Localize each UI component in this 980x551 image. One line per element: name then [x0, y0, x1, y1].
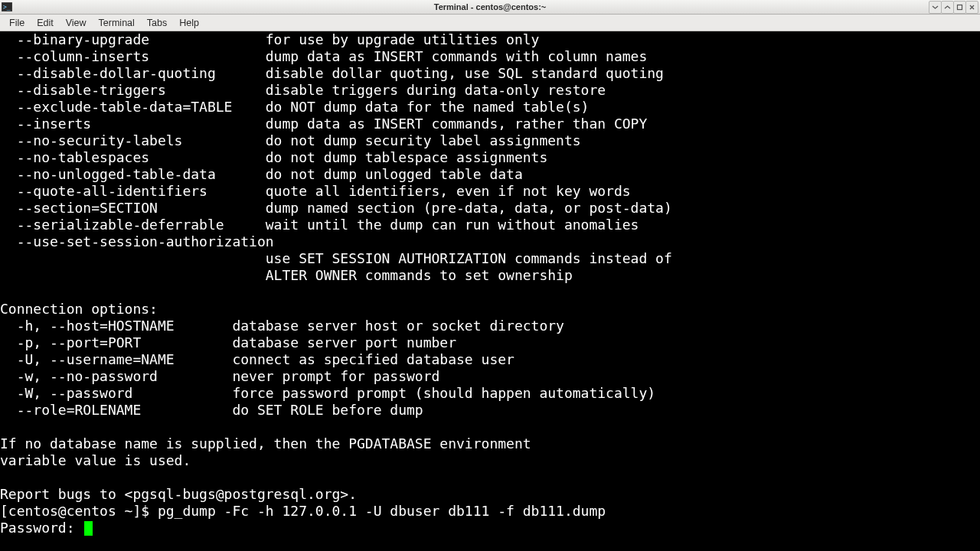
close-button[interactable]	[965, 1, 978, 14]
terminal-line: --no-unlogged-table-data do not dump unl…	[0, 166, 980, 183]
terminal-line: use SET SESSION AUTHORIZATION commands i…	[0, 250, 980, 267]
window-titlebar: >_ Terminal - centos@centos:~	[0, 0, 980, 15]
terminal-line	[0, 284, 980, 301]
terminal-line: --no-tablespaces do not dump tablespace …	[0, 149, 980, 166]
menu-view[interactable]: View	[60, 16, 93, 30]
menubar: File Edit View Terminal Tabs Help	[0, 15, 980, 31]
menu-edit[interactable]: Edit	[31, 16, 60, 30]
terminal-line: --disable-dollar-quoting disable dollar …	[0, 65, 980, 82]
terminal-line: [centos@centos ~]$ pg_dump -Fc -h 127.0.…	[0, 503, 980, 520]
menu-help[interactable]: Help	[173, 16, 205, 30]
menu-terminal[interactable]: Terminal	[93, 16, 141, 30]
terminal-line: variable value is used.	[0, 452, 980, 469]
terminal-line: --column-inserts dump data as INSERT com…	[0, 48, 980, 65]
terminal-line: --quote-all-identifiers quote all identi…	[0, 183, 980, 200]
terminal-line: ALTER OWNER commands to set ownership	[0, 267, 980, 284]
password-label: Password:	[0, 520, 83, 536]
password-prompt-line[interactable]: Password:	[0, 520, 980, 536]
svg-text:>_: >_	[3, 4, 11, 11]
window-controls	[929, 1, 978, 14]
terminal-line: --binary-upgrade for use by upgrade util…	[0, 31, 980, 48]
terminal-line: -h, --host=HOSTNAME database server host…	[0, 318, 980, 334]
terminal-line: -U, --username=NAME connect as specified…	[0, 351, 980, 368]
window-title: Terminal - centos@centos:~	[0, 2, 980, 11]
menu-tabs[interactable]: Tabs	[141, 16, 173, 30]
terminal-line: --inserts dump data as INSERT commands, …	[0, 116, 980, 132]
minimize-button[interactable]	[929, 1, 942, 14]
terminal-line: --exclude-table-data=TABLE do NOT dump d…	[0, 99, 980, 116]
terminal-line	[0, 419, 980, 435]
terminal-app-icon: >_	[0, 2, 14, 11]
restore-up-button[interactable]	[941, 1, 954, 14]
terminal-line: --no-security-labels do not dump securit…	[0, 132, 980, 149]
terminal-line: --role=ROLENAME do SET ROLE before dump	[0, 402, 980, 419]
maximize-button[interactable]	[953, 1, 966, 14]
terminal-line: --disable-triggers disable triggers duri…	[0, 82, 980, 99]
terminal-line: If no database name is supplied, then th…	[0, 435, 980, 452]
terminal-line: --section=SECTION dump named section (pr…	[0, 200, 980, 217]
terminal-line: -W, --password force password prompt (sh…	[0, 385, 980, 402]
terminal-cursor	[84, 521, 93, 536]
terminal-line: --serializable-deferrable wait until the…	[0, 217, 980, 233]
terminal-line: -w, --no-password never prompt for passw…	[0, 368, 980, 385]
terminal-line	[0, 469, 980, 486]
terminal-line: Connection options:	[0, 301, 980, 318]
svg-rect-2	[958, 5, 962, 10]
terminal-viewport[interactable]: --binary-upgrade for use by upgrade util…	[0, 31, 980, 551]
terminal-line: -p, --port=PORT database server port num…	[0, 334, 980, 351]
terminal-line: Report bugs to <pgsql-bugs@postgresql.or…	[0, 486, 980, 503]
menu-file[interactable]: File	[3, 16, 31, 30]
terminal-line: --use-set-session-authorization	[0, 233, 980, 250]
